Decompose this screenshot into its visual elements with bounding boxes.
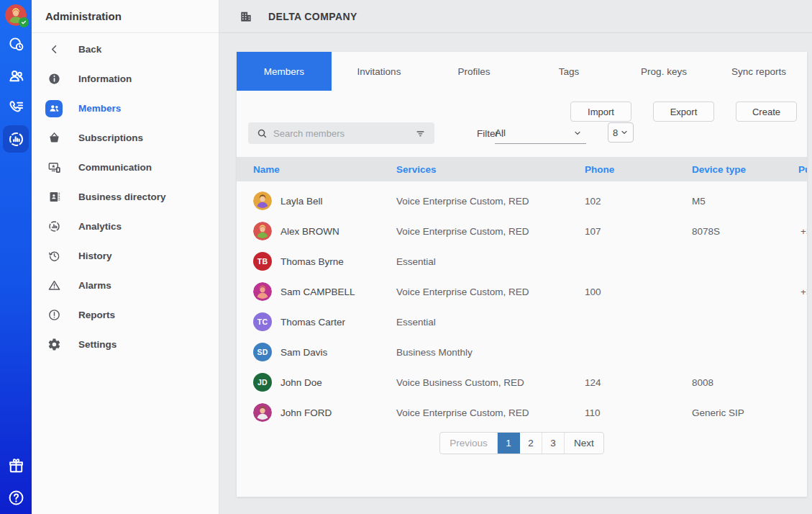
tab-prog-keys[interactable]: Prog. keys xyxy=(616,52,711,91)
company-topbar: DELTA COMPANY xyxy=(219,0,812,33)
info-icon xyxy=(45,71,63,88)
sidebar-item-alarms[interactable]: Alarms xyxy=(32,271,219,300)
sidebar-item-label: Settings xyxy=(78,339,117,350)
sidebar-item-analytics[interactable]: Analytics xyxy=(32,212,219,241)
pagination-page-1[interactable]: 1 xyxy=(498,433,520,454)
column-header-device-type[interactable]: Device type xyxy=(692,157,746,181)
member-row[interactable]: Layla BellVoice Enterprise Custom, RED10… xyxy=(237,186,807,216)
pagination-next[interactable]: Next xyxy=(565,433,603,454)
building-icon xyxy=(239,9,253,24)
member-name: Sam Davis xyxy=(280,337,327,367)
tab-members[interactable]: Members xyxy=(237,52,332,91)
member-row[interactable]: Alex BROWNVoice Enterprise Custom, RED10… xyxy=(237,216,807,246)
member-device-type: 8078S xyxy=(692,216,720,246)
import-button[interactable]: Import xyxy=(570,102,631,122)
column-header-pu[interactable]: Pu xyxy=(798,157,807,181)
member-device-type: M5 xyxy=(692,186,706,216)
member-avatar: SD xyxy=(253,343,272,361)
chevron-left-icon xyxy=(45,41,63,58)
pagination-page-3[interactable]: 3 xyxy=(542,433,565,454)
report-icon xyxy=(45,307,63,324)
member-services: Business Monthly xyxy=(396,337,473,367)
analytics-circle-icon[interactable] xyxy=(3,125,29,153)
gift-icon[interactable] xyxy=(3,452,29,479)
column-header-services[interactable]: Services xyxy=(396,157,437,181)
page-size-value: 8 xyxy=(613,127,618,138)
filter-select[interactable]: All xyxy=(495,122,586,144)
sidebar-item-settings[interactable]: Settings xyxy=(32,330,219,359)
member-name: Alex BROWN xyxy=(280,216,339,246)
member-services: Voice Enterprise Custom, RED xyxy=(396,276,529,307)
member-name: Thomas Carter xyxy=(280,307,345,337)
pagination-previous[interactable]: Previous xyxy=(440,433,498,454)
sidebar-item-members[interactable]: Members xyxy=(32,94,219,123)
tab-sync-reports[interactable]: Sync reports xyxy=(711,52,806,91)
member-device-type: 8008 xyxy=(692,367,713,397)
column-header-name[interactable]: Name xyxy=(253,157,280,181)
member-name: Sam CAMPBELL xyxy=(280,276,355,307)
sidebar-item-business-directory[interactable]: Business directory xyxy=(32,182,219,212)
call-log-icon[interactable] xyxy=(3,94,29,121)
member-avatar: TC xyxy=(253,312,272,331)
sidebar-item-label: Subscriptions xyxy=(78,132,143,143)
basket-icon xyxy=(45,130,63,147)
admin-sidebar: Administration BackInformationMembersSub… xyxy=(32,0,219,514)
search-members-input[interactable] xyxy=(273,128,396,139)
administration-screen: Administration BackInformationMembersSub… xyxy=(0,0,812,514)
sidebar-item-back[interactable]: Back xyxy=(32,35,219,64)
member-avatar xyxy=(253,282,272,301)
analytics-icon xyxy=(45,218,63,235)
search-icon xyxy=(257,128,268,139)
member-name: John FORD xyxy=(280,397,332,428)
member-row[interactable]: JDJohn DoeVoice Business Custom, RED1248… xyxy=(237,367,807,397)
table-header: NameServicesPhoneDevice typePu xyxy=(237,157,807,181)
presence-status-icon[interactable] xyxy=(3,30,29,58)
user-avatar[interactable] xyxy=(5,4,27,26)
company-name: DELTA COMPANY xyxy=(268,11,357,22)
member-phone: 100 xyxy=(585,276,601,307)
member-phone: 110 xyxy=(585,397,601,428)
member-row[interactable]: TCThomas CarterEssential xyxy=(237,307,807,337)
sidebar-item-label: History xyxy=(78,251,112,261)
member-device-type: Generic SIP xyxy=(692,397,744,428)
sidebar-item-communication[interactable]: Communication xyxy=(32,153,219,182)
search-members-box[interactable] xyxy=(248,122,434,144)
member-phone: 102 xyxy=(585,186,601,216)
column-header-phone[interactable]: Phone xyxy=(585,157,614,181)
member-row[interactable]: John FORDVoice Enterprise Custom, RED110… xyxy=(237,397,807,428)
page-size-select[interactable]: 8 xyxy=(608,122,634,143)
tab-profiles[interactable]: Profiles xyxy=(426,52,521,91)
member-avatar xyxy=(253,403,272,422)
warning-icon xyxy=(45,277,63,294)
address-book-icon xyxy=(45,189,63,206)
pagination: Previous123Next xyxy=(439,432,604,454)
tab-invitations[interactable]: Invitations xyxy=(332,52,426,91)
sidebar-item-label: Business directory xyxy=(78,191,166,202)
export-button[interactable]: Export xyxy=(653,102,714,122)
member-avatar xyxy=(253,191,272,210)
chevron-down-icon xyxy=(620,128,629,137)
member-services: Voice Enterprise Custom, RED xyxy=(396,397,529,428)
member-avatar: TB xyxy=(253,252,272,271)
tab-tags[interactable]: Tags xyxy=(521,52,616,91)
member-services: Essential xyxy=(396,307,436,337)
pagination-page-2[interactable]: 2 xyxy=(520,433,542,454)
sidebar-item-subscriptions[interactable]: Subscriptions xyxy=(32,123,219,153)
members-card: MembersInvitationsProfilesTagsProg. keys… xyxy=(237,52,807,497)
filter-funnel-icon[interactable] xyxy=(415,128,426,139)
help-icon[interactable] xyxy=(3,484,29,511)
member-phone: 107 xyxy=(585,216,601,246)
member-row[interactable]: TBThomas ByrneEssential xyxy=(237,246,807,276)
sidebar-item-history[interactable]: History xyxy=(32,241,219,271)
member-avatar: JD xyxy=(253,373,272,392)
sidebar-item-reports[interactable]: Reports xyxy=(32,300,219,330)
team-icon[interactable] xyxy=(3,62,29,89)
member-row[interactable]: Sam CAMPBELLVoice Enterprise Custom, RED… xyxy=(237,276,807,307)
member-extra-badge: +3 xyxy=(800,276,807,307)
member-row[interactable]: SDSam DavisBusiness Monthly xyxy=(237,337,807,367)
sidebar-item-label: Communication xyxy=(78,162,152,173)
sidebar-item-information[interactable]: Information xyxy=(32,64,219,94)
member-services: Voice Business Custom, RED xyxy=(396,367,524,397)
create-button[interactable]: Create xyxy=(736,102,797,122)
main-area: DELTA COMPANY MembersInvitationsProfiles… xyxy=(219,0,812,514)
